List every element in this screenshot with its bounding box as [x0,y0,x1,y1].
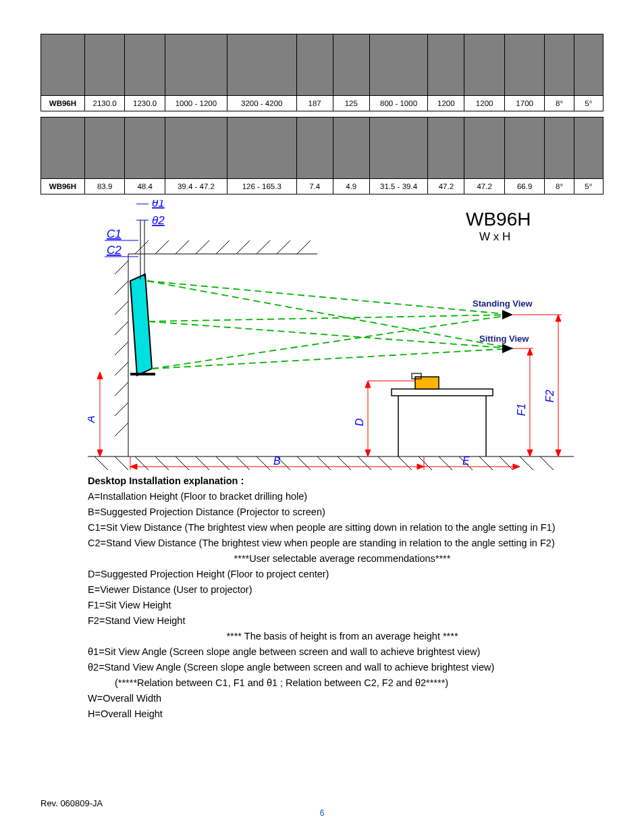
svg-line-41 [257,240,270,254]
svg-line-4 [155,457,169,470]
svg-line-22 [520,457,533,470]
svg-marker-59 [502,344,513,353]
svg-line-16 [398,457,412,470]
svg-line-18 [439,457,452,470]
t1c8: 1200 [464,96,505,111]
svg-line-8 [236,457,250,470]
svg-line-25 [115,261,128,274]
c2-label: C2 [107,244,122,257]
svg-line-53 [149,315,513,321]
line-w: W=Overall Width [88,692,597,706]
svg-line-33 [115,423,128,436]
svg-line-30 [115,362,128,375]
line-rec1: ****User selectable average recommendati… [88,552,597,566]
svg-marker-78 [513,464,520,469]
line-rec2: **** The basis of height is from an aver… [88,629,597,644]
svg-line-1 [95,457,108,470]
svg-rect-60 [392,389,493,396]
t2c8: 47.2 [464,179,505,194]
table1-label: WB96H [41,96,85,111]
svg-line-21 [500,457,513,470]
svg-marker-74 [365,381,371,388]
svg-line-2 [115,457,128,470]
t1c5: 125 [333,96,369,111]
diagram-title: WB96H [466,209,531,230]
diagram-subtitle: W x H [479,230,510,243]
sitting-view-label: Sitting View [479,334,529,344]
svg-line-40 [236,240,250,254]
t2c5: 4.9 [333,179,369,194]
svg-marker-75 [365,450,371,457]
t1c7: 1200 [428,96,464,111]
f2-label: F2 [544,390,556,402]
page-number: 6 [0,808,644,818]
installation-diagram: θ1 θ2 C1 C2 Standing View Sitting View [88,200,574,470]
d-label: D [354,418,365,426]
svg-marker-44 [130,274,152,375]
t1c1: 1230.0 [125,96,165,111]
svg-line-35 [135,240,149,254]
t1c2: 1000 - 1200 [165,96,227,111]
page-root: WB96H 2130.0 1230.0 1000 - 1200 3200 - 4… [0,0,644,834]
svg-line-54 [152,315,513,369]
svg-line-32 [115,402,128,416]
svg-line-28 [115,321,128,335]
svg-line-57 [152,348,513,369]
line-h: H=Overall Height [88,707,597,721]
svg-line-56 [149,321,513,348]
svg-line-27 [115,301,128,315]
svg-line-43 [297,240,311,254]
line-c1: C1=Sit View Distance (The brightest view… [88,521,597,535]
table1-data-row: WB96H 2130.0 1230.0 1000 - 1200 3200 - 4… [41,96,603,111]
explanation-header: Desktop Installation explanation : [88,474,597,488]
svg-line-52 [147,281,513,315]
theta1-label: θ1 [152,200,165,209]
revision-footer: Rev. 060809-JA [41,798,103,808]
line-f2: F2=Stand View Height [88,614,597,628]
t2c4: 7.4 [296,179,333,194]
explanation-block: Desktop Installation explanation : A=Ins… [41,474,603,721]
t2c6: 31.5 - 39.4 [369,179,428,194]
t2c10: 8° [545,179,574,194]
table2-data-row: WB96H 83.9 48.4 39.4 - 47.2 126 - 165.3 … [41,179,603,194]
theta2-label: θ2 [152,214,165,227]
svg-marker-80 [527,348,533,355]
t2c7: 47.2 [428,179,464,194]
t2c2: 39.4 - 47.2 [165,179,227,194]
c1-label: C1 [107,228,122,240]
svg-line-12 [317,457,331,470]
svg-marker-71 [130,464,137,469]
f1-label: F1 [516,403,527,416]
svg-line-37 [176,240,189,254]
t2c0: 83.9 [84,179,125,194]
t2c3: 126 - 165.3 [227,179,296,194]
svg-marker-58 [502,310,513,319]
svg-line-6 [196,457,209,470]
svg-line-42 [277,240,290,254]
svg-line-11 [297,457,311,470]
svg-line-36 [155,240,169,254]
t1c11: 5° [574,96,603,111]
svg-marker-84 [556,450,561,457]
t2c9: 66.9 [504,179,545,194]
b-label: B [273,455,281,467]
svg-line-31 [115,382,128,396]
t1c0: 2130.0 [84,96,125,111]
svg-line-38 [196,240,209,254]
svg-line-55 [147,281,513,348]
t1c4: 187 [296,96,333,111]
line-t1: θ1=Sit View Angle (Screen slope angle be… [88,645,597,659]
e-label: E [462,455,470,467]
svg-line-15 [378,457,392,470]
svg-marker-66 [97,372,103,379]
svg-marker-72 [417,464,424,469]
line-e: E=Viewer Distance (User to projector) [88,583,597,597]
svg-line-29 [115,342,128,355]
line-f1: F1=Sit View Height [88,598,597,613]
svg-line-20 [479,457,493,470]
line-rel: (*****Relation between C1, F1 and θ1 ; R… [115,676,597,690]
spec-tables: WB96H 2130.0 1230.0 1000 - 1200 3200 - 4… [41,34,603,194]
svg-line-23 [540,457,554,470]
t1c3: 3200 - 4200 [227,96,296,111]
a-label: A [88,415,97,423]
